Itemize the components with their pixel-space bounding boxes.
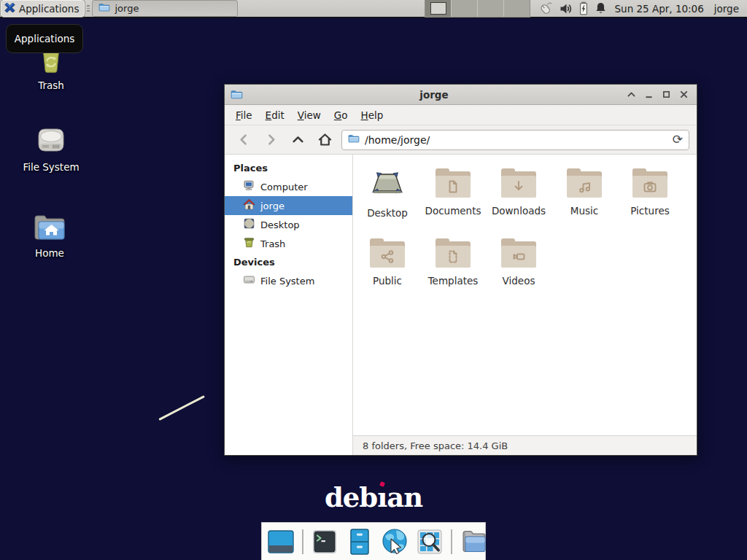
file-item-downloads[interactable]: Downloads	[486, 168, 551, 238]
file-item-documents[interactable]: Documents	[420, 168, 486, 238]
folder-icon	[98, 1, 110, 15]
menu-view[interactable]: View	[291, 106, 328, 124]
close-button[interactable]	[677, 88, 691, 101]
file-item-label: Videos	[503, 275, 535, 287]
folder-icon	[501, 238, 536, 268]
devices-header: Devices	[225, 253, 352, 271]
home-folder-icon	[32, 211, 67, 246]
dock-panel	[261, 522, 486, 560]
workspace-3[interactable]	[477, 0, 503, 17]
folder-icon	[567, 168, 602, 198]
file-item-label: Public	[373, 275, 402, 287]
workspace-1[interactable]	[425, 0, 451, 17]
menubar: File Edit View Go Help	[225, 105, 697, 125]
file-item-videos[interactable]: Videos	[486, 238, 551, 308]
applications-menu-button[interactable]: Applications	[1, 0, 85, 17]
web-browser-icon[interactable]	[379, 526, 410, 557]
desktop-icon	[243, 217, 255, 232]
dock-separator	[451, 529, 452, 554]
folder-icon	[501, 168, 536, 198]
sidebar-item-label: Computer	[260, 182, 308, 192]
toolbar: /home/jorge/ ⟳	[225, 125, 697, 155]
sidebar-item-label: jorge	[260, 201, 285, 211]
path-text[interactable]: /home/jorge/	[365, 134, 673, 146]
show-desktop-icon[interactable]	[266, 526, 296, 557]
back-button[interactable]	[233, 130, 254, 150]
dock-separator	[302, 529, 303, 554]
taskbar-window-button[interactable]: jorge	[92, 0, 238, 17]
hard-drive-icon	[34, 124, 69, 160]
workspace-2[interactable]	[451, 0, 477, 17]
desktop-icon-home[interactable]: Home	[13, 211, 86, 259]
home-button[interactable]	[314, 130, 335, 150]
application-finder-icon[interactable]	[414, 526, 445, 557]
user-menu[interactable]: jorge	[714, 3, 739, 15]
workspace-4[interactable]	[503, 0, 530, 17]
desktop-icon	[370, 168, 405, 200]
file-item-label: Desktop	[367, 207, 408, 219]
up-button[interactable]	[287, 130, 308, 150]
battery-icon[interactable]	[578, 1, 589, 16]
logo-text: deb	[325, 481, 377, 513]
home-icon	[243, 198, 255, 213]
sidebar-item-label: File System	[260, 276, 314, 287]
window-folder-icon	[231, 88, 243, 101]
window-title: jorge	[247, 89, 621, 101]
logo-text: an	[387, 481, 422, 513]
workspace-switcher[interactable]	[425, 0, 530, 18]
desktop-icon-label: File System	[23, 161, 79, 173]
sidebar-item-filesystem[interactable]: File System	[225, 271, 352, 290]
sidebar-item-computer[interactable]: Computer	[225, 177, 352, 196]
file-manager-icon[interactable]	[458, 526, 489, 557]
system-tray	[536, 0, 608, 17]
file-item-label: Documents	[425, 205, 481, 217]
side-pane: Places Computer	[225, 155, 353, 455]
forward-button[interactable]	[260, 130, 281, 150]
folder-icon	[436, 168, 471, 198]
sidebar-item-jorge[interactable]: jorge	[225, 196, 352, 215]
desktop-icon-label: Home	[35, 247, 64, 259]
places-header: Places	[225, 159, 352, 177]
workspace-window-thumb	[430, 2, 446, 15]
stray-line	[158, 395, 205, 421]
titlebar[interactable]: jorge	[225, 85, 697, 105]
clock[interactable]: Sun 25 Apr, 10:06	[615, 3, 704, 15]
file-item-label: Music	[570, 205, 598, 217]
computer-icon	[243, 179, 255, 194]
file-item-music[interactable]: Music	[551, 168, 617, 238]
menu-edit[interactable]: Edit	[259, 106, 291, 124]
sidebar-item-desktop[interactable]: Desktop	[225, 215, 352, 234]
top-panel: Applications jorge	[0, 0, 747, 18]
folder-icon	[348, 133, 360, 147]
notifications-icon[interactable]	[594, 1, 608, 15]
file-item-desktop[interactable]: Desktop	[355, 168, 420, 238]
debian-logo: debıan	[292, 481, 455, 513]
file-cabinet-icon[interactable]	[344, 526, 375, 557]
trash-icon	[243, 236, 255, 251]
minimize-button[interactable]	[642, 88, 656, 101]
menu-file[interactable]: File	[229, 106, 259, 124]
sidebar-item-trash[interactable]: Trash	[225, 234, 352, 253]
terminal-icon[interactable]	[309, 526, 340, 557]
desktop-icon-filesystem[interactable]: File System	[15, 124, 88, 173]
folder-icon	[632, 168, 667, 198]
menu-go[interactable]: Go	[328, 106, 355, 124]
folder-icon	[370, 238, 405, 268]
desktop-icon-label: Trash	[38, 79, 64, 91]
reload-icon[interactable]: ⟳	[673, 133, 683, 146]
icon-view[interactable]: Desktop Documents	[353, 155, 697, 435]
sidebar-item-label: Trash	[260, 238, 285, 249]
shade-button[interactable]	[624, 88, 638, 101]
location-bar[interactable]: /home/jorge/ ⟳	[341, 130, 689, 150]
volume-icon[interactable]	[559, 1, 573, 16]
mouse-icon[interactable]	[536, 0, 554, 17]
sidebar-item-label: Desktop	[260, 219, 300, 230]
maximize-button[interactable]	[659, 88, 673, 101]
file-item-label: Templates	[428, 275, 479, 287]
applications-menu-label: Applications	[19, 3, 79, 15]
main-pane: Desktop Documents	[353, 155, 697, 455]
file-item-templates[interactable]: Templates	[420, 238, 486, 308]
menu-help[interactable]: Help	[355, 106, 390, 124]
file-item-public[interactable]: Public	[355, 238, 420, 308]
file-item-pictures[interactable]: Pictures	[617, 168, 683, 238]
